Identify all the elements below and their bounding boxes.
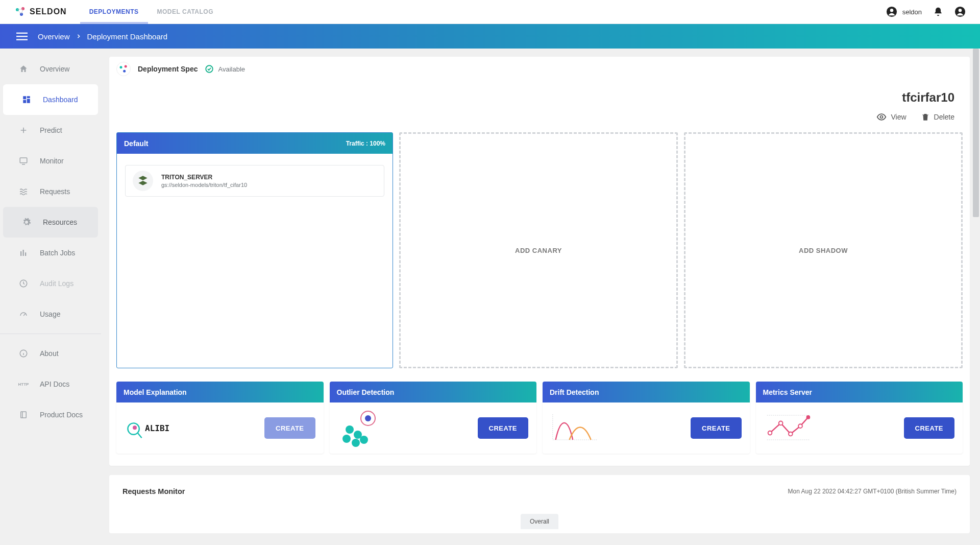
svg-rect-15 <box>20 251 21 256</box>
trash-icon <box>921 112 930 122</box>
feature-outlier-detection: Outlier Detection CREATE <box>330 382 537 454</box>
svg-point-42 <box>789 432 793 436</box>
sidebar-divider <box>0 334 101 334</box>
feature-title: Model Explanation <box>116 382 324 402</box>
sidebar-item-label: Usage <box>40 310 60 318</box>
menu-icon[interactable] <box>16 31 28 42</box>
view-label: View <box>891 113 906 121</box>
sidebar-item-label: Batch Jobs <box>40 249 75 257</box>
predictor-default-card[interactable]: Default Traffic : 100% TRITON_SERVER gs:… <box>116 132 393 368</box>
spec-status-text: Available <box>218 65 245 73</box>
create-outlier-detection-button[interactable]: CREATE <box>478 417 528 439</box>
feature-model-explanation: Model Explanation ALIBI CREATE <box>116 382 324 454</box>
brand-text: SELDON <box>30 7 67 16</box>
create-metrics-server-button[interactable]: CREATE <box>904 417 954 439</box>
sidebar-item-batch-jobs[interactable]: Batch Jobs <box>0 238 101 268</box>
svg-rect-12 <box>27 99 30 103</box>
svg-point-30 <box>365 415 371 421</box>
svg-rect-8 <box>16 36 28 37</box>
sidebar-item-audit-logs[interactable]: Audit Logs <box>0 268 101 299</box>
feature-title: Outlier Detection <box>330 382 537 402</box>
book-icon <box>18 410 29 419</box>
predictor-row: Default Traffic : 100% TRITON_SERVER gs:… <box>109 132 970 382</box>
tab-model-catalog[interactable]: MODEL CATALOG <box>148 0 223 24</box>
scrollbar[interactable] <box>972 49 980 545</box>
top-nav: SELDON DEPLOYMENTS MODEL CATALOG seldon <box>0 0 980 24</box>
svg-rect-20 <box>21 412 27 418</box>
svg-rect-17 <box>25 252 26 256</box>
svg-point-4 <box>890 9 893 12</box>
monitor-tab-overall[interactable]: Overall <box>521 514 558 529</box>
svg-point-40 <box>768 431 772 435</box>
svg-point-31 <box>346 425 354 434</box>
seldon-logo-icon <box>14 6 27 18</box>
svg-rect-10 <box>23 96 26 99</box>
predictor-title: Default <box>124 139 148 148</box>
svg-point-35 <box>360 436 368 444</box>
account-icon[interactable] <box>954 6 966 17</box>
sidebar-item-dashboard[interactable]: Dashboard <box>3 84 98 115</box>
sidebar-item-api-docs[interactable]: HTTP API Docs <box>0 369 101 399</box>
sidebar-item-resources[interactable]: Resources <box>3 207 98 238</box>
sidebar-item-label: Monitor <box>40 157 64 165</box>
sidebar-item-about[interactable]: About <box>0 338 101 369</box>
sidebar-item-label: Resources <box>43 218 77 226</box>
svg-point-34 <box>352 439 360 447</box>
tab-deployments[interactable]: DEPLOYMENTS <box>80 0 148 24</box>
svg-point-33 <box>342 435 351 443</box>
sidebar-item-overview[interactable]: Overview <box>0 54 101 84</box>
svg-text:ALIBI: ALIBI <box>145 423 169 433</box>
delete-label: Delete <box>934 113 954 121</box>
svg-rect-13 <box>23 100 26 103</box>
model-chip[interactable]: TRITON_SERVER gs://seldon-models/triton/… <box>125 165 384 197</box>
sidebar-item-label: Predict <box>40 126 62 134</box>
scrollbar-thumb[interactable] <box>973 49 979 217</box>
predictor-header: Default Traffic : 100% <box>117 133 393 154</box>
clock-icon <box>18 279 29 288</box>
sidebar-item-requests[interactable]: Requests <box>0 176 101 207</box>
sidebar-item-label: Product Docs <box>40 411 83 419</box>
monitor-date: Mon Aug 22 2022 04:42:27 GMT+0100 (Briti… <box>788 488 957 495</box>
top-right: seldon <box>886 6 966 17</box>
create-model-explanation-button[interactable]: CREATE <box>264 417 315 439</box>
create-drift-detection-button[interactable]: CREATE <box>691 417 741 439</box>
deployment-actions: View Delete <box>109 105 970 132</box>
svg-point-25 <box>880 116 883 119</box>
alibi-icon: ALIBI <box>125 412 174 444</box>
breadcrumb-overview[interactable]: Overview <box>38 32 70 41</box>
bars-icon <box>18 248 29 257</box>
svg-point-41 <box>778 421 782 425</box>
user-name: seldon <box>902 8 922 16</box>
feature-row: Model Explanation ALIBI CREATE Outlier D… <box>109 382 970 466</box>
user-menu[interactable]: seldon <box>886 6 922 17</box>
sidebar-item-usage[interactable]: Usage <box>0 299 101 329</box>
gauge-icon <box>18 310 29 319</box>
top-tabs: DEPLOYMENTS MODEL CATALOG <box>80 0 223 24</box>
add-canary-card[interactable]: ADD CANARY <box>399 132 678 368</box>
sidebar-item-monitor[interactable]: Monitor <box>0 146 101 176</box>
brand-logo[interactable]: SELDON <box>14 6 67 18</box>
model-path: gs://seldon-models/triton/tf_cifar10 <box>161 182 247 188</box>
svg-point-44 <box>806 415 810 419</box>
sidebar-item-label: About <box>40 349 59 358</box>
svg-point-6 <box>959 9 962 12</box>
spec-title: Deployment Spec <box>138 65 198 73</box>
spec-header: Deployment Spec Available <box>109 57 970 81</box>
delete-button[interactable]: Delete <box>921 112 954 122</box>
eye-icon <box>876 112 887 122</box>
svg-rect-11 <box>27 96 30 98</box>
notifications-icon[interactable] <box>933 7 943 17</box>
view-button[interactable]: View <box>876 112 906 122</box>
add-shadow-card[interactable]: ADD SHADOW <box>684 132 963 368</box>
outlier-icon <box>338 412 387 444</box>
feature-metrics-server: Metrics Server <box>756 382 963 454</box>
sidebar-item-product-docs[interactable]: Product Docs <box>0 399 101 430</box>
svg-point-23 <box>123 70 126 73</box>
svg-point-21 <box>120 66 122 68</box>
breadcrumb-dashboard[interactable]: Deployment Dashboard <box>87 32 168 41</box>
monitor-icon <box>18 156 29 165</box>
gear-icon <box>21 218 32 227</box>
sidebar-item-label: API Docs <box>40 380 69 388</box>
sidebar-item-predict[interactable]: Predict <box>0 115 101 146</box>
svg-point-43 <box>798 424 802 428</box>
